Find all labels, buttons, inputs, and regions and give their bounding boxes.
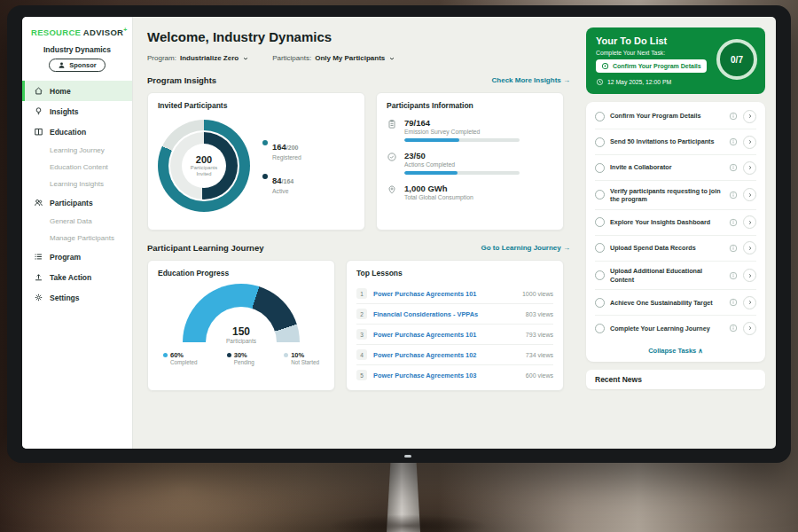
task-checkbox[interactable] xyxy=(595,217,605,227)
task-row[interactable]: Complete Your Learning Journey xyxy=(595,316,756,340)
sidebar-item-home[interactable]: Home xyxy=(22,81,132,101)
lesson-link[interactable]: Power Purchase Agreements 101 xyxy=(373,331,520,339)
sidebar-item-label: Learning Insights xyxy=(50,180,104,188)
sidebar-item-label: Manage Participants xyxy=(50,234,114,242)
next-task-pill[interactable]: Confirm Your Program Details xyxy=(596,59,707,73)
lesson-link[interactable]: Power Purchase Agreements 103 xyxy=(373,372,520,379)
gauge-center: 150 Participants xyxy=(183,325,300,344)
lesson-row[interactable]: 4 Power Purchase Agreements 102 734 view… xyxy=(356,345,553,365)
info-icon[interactable] xyxy=(729,324,738,332)
go-to-learning-journey-link[interactable]: Go to Learning Journey → xyxy=(481,244,570,252)
task-label: Invite a Collaborator xyxy=(610,163,724,171)
brand-word-1: RESOURCE xyxy=(31,27,81,37)
task-open-button[interactable] xyxy=(743,322,756,335)
lesson-rank: 5 xyxy=(356,370,367,380)
lesson-row[interactable]: 1 Power Purchase Agreements 101 1000 vie… xyxy=(356,284,553,304)
legend-label: Active xyxy=(272,188,293,194)
task-open-button[interactable] xyxy=(743,110,756,123)
sidebar-item-education-content[interactable]: Education Content xyxy=(22,159,132,176)
chevron-right-icon xyxy=(747,192,753,198)
legend-value: 84 xyxy=(272,176,282,185)
link-label: Check More Insights xyxy=(492,76,561,84)
sidebar-item-insights[interactable]: Insights xyxy=(22,101,132,121)
task-open-button[interactable] xyxy=(743,215,756,229)
sidebar-item-education[interactable]: Education xyxy=(22,121,132,142)
donut-center-value: 200 xyxy=(196,154,212,165)
task-open-button[interactable] xyxy=(743,161,756,175)
task-row[interactable]: Upload Spend Data Records xyxy=(595,236,756,262)
task-row[interactable]: Confirm Your Program Details xyxy=(595,104,756,129)
sidebar-nav: Home Insights Education Learning Journey… xyxy=(22,79,132,449)
lesson-row[interactable]: 5 Power Purchase Agreements 103 600 view… xyxy=(356,365,553,385)
check-more-insights-link[interactable]: Check More Insights → xyxy=(492,76,570,84)
program-insights-title: Program Insights xyxy=(147,75,216,85)
sidebar-item-take-action[interactable]: Take Action xyxy=(22,267,132,287)
legend-label: Pending xyxy=(234,359,254,365)
sidebar-item-participants[interactable]: Participants xyxy=(22,192,132,213)
upload-icon xyxy=(34,272,43,282)
legend-item-completed: 60% Completed xyxy=(163,351,197,365)
info-icon[interactable] xyxy=(729,298,738,307)
chevron-right-icon xyxy=(747,273,753,278)
arrow-right-icon: → xyxy=(563,76,570,84)
task-checkbox[interactable] xyxy=(595,163,605,173)
bulb-icon xyxy=(34,106,43,116)
task-row[interactable]: Achieve One Sustainability Target xyxy=(595,290,756,316)
collapse-tasks-button[interactable]: Collapse Tasks ∧ xyxy=(595,340,756,359)
task-checkbox[interactable] xyxy=(595,243,605,253)
task-row[interactable]: Upload Additional Educational Content xyxy=(595,262,756,291)
task-row[interactable]: Send 50 Invitations to Participants xyxy=(595,129,756,155)
lesson-row[interactable]: 2 Financial Considerations - VPPAs 803 v… xyxy=(356,304,553,325)
sidebar-item-learning-journey[interactable]: Learning Journey xyxy=(22,142,132,159)
task-label: Achieve One Sustainability Target xyxy=(610,299,724,307)
lesson-link[interactable]: Power Purchase Agreements 101 xyxy=(373,290,516,298)
task-open-button[interactable] xyxy=(743,269,756,282)
sidebar-item-general-data[interactable]: General Data xyxy=(22,213,132,230)
sidebar-item-program[interactable]: Program xyxy=(22,246,132,267)
task-checkbox[interactable] xyxy=(595,137,605,147)
task-checkbox[interactable] xyxy=(595,270,605,280)
sidebar-item-manage-participants[interactable]: Manage Participants xyxy=(22,230,132,246)
lessons-card-title: Top Lessons xyxy=(356,269,553,278)
chevron-right-icon xyxy=(747,113,753,119)
task-checkbox[interactable] xyxy=(595,112,605,121)
sidebar-item-label: Participants xyxy=(50,199,93,207)
stat-emission-survey: 79/164 Emission Survey Completed xyxy=(387,118,553,142)
education-gauge-legend: 60% Completed 30% Pending 10% Not Starte… xyxy=(158,351,325,365)
participants-filter[interactable]: Participants: Only My Participants xyxy=(272,54,395,62)
info-icon[interactable] xyxy=(729,191,738,200)
info-icon[interactable] xyxy=(729,112,738,121)
info-icon[interactable] xyxy=(729,163,738,172)
task-checkbox[interactable] xyxy=(595,324,605,333)
info-icon[interactable] xyxy=(729,244,738,253)
chevron-right-icon xyxy=(747,165,753,170)
info-icon[interactable] xyxy=(729,137,738,146)
recent-news-header[interactable]: Recent News xyxy=(586,370,765,389)
task-open-button[interactable] xyxy=(743,136,756,149)
task-open-button[interactable] xyxy=(743,188,756,201)
lesson-row[interactable]: 3 Power Purchase Agreements 101 793 view… xyxy=(356,325,553,345)
sidebar-item-settings[interactable]: Settings xyxy=(22,287,132,308)
lesson-link[interactable]: Financial Considerations - VPPAs xyxy=(373,310,520,318)
stat-label: Actions Completed xyxy=(404,161,520,168)
program-filter[interactable]: Program: Industrialize Zero xyxy=(147,54,249,62)
pinfo-stats: 79/164 Emission Survey Completed 23/50 A… xyxy=(387,116,553,200)
chevron-down-icon xyxy=(242,55,249,62)
stat-global-consumption: 1,000 GWh Total Global Consumption xyxy=(387,184,553,200)
lesson-views: 734 views xyxy=(526,352,553,358)
task-open-button[interactable] xyxy=(743,241,756,254)
task-row[interactable]: Verify participants requesting to join t… xyxy=(595,181,756,210)
sidebar-item-learning-insights[interactable]: Learning Insights xyxy=(22,176,132,192)
sidebar: RESOURCE ADVISOR+ Industry Dynamics Spon… xyxy=(22,17,133,449)
task-row[interactable]: Explore Your Insights Dashboard xyxy=(595,210,756,236)
legend-total: /164 xyxy=(282,178,294,184)
task-open-button[interactable] xyxy=(743,296,756,309)
task-row[interactable]: Invite a Collaborator xyxy=(595,155,756,181)
legend-value: 60% xyxy=(170,351,184,359)
info-icon[interactable] xyxy=(729,271,738,280)
task-checkbox[interactable] xyxy=(595,190,605,200)
task-label: Confirm Your Program Details xyxy=(610,112,724,120)
task-checkbox[interactable] xyxy=(595,298,605,308)
info-icon[interactable] xyxy=(729,218,738,227)
lesson-link[interactable]: Power Purchase Agreements 102 xyxy=(373,351,520,359)
